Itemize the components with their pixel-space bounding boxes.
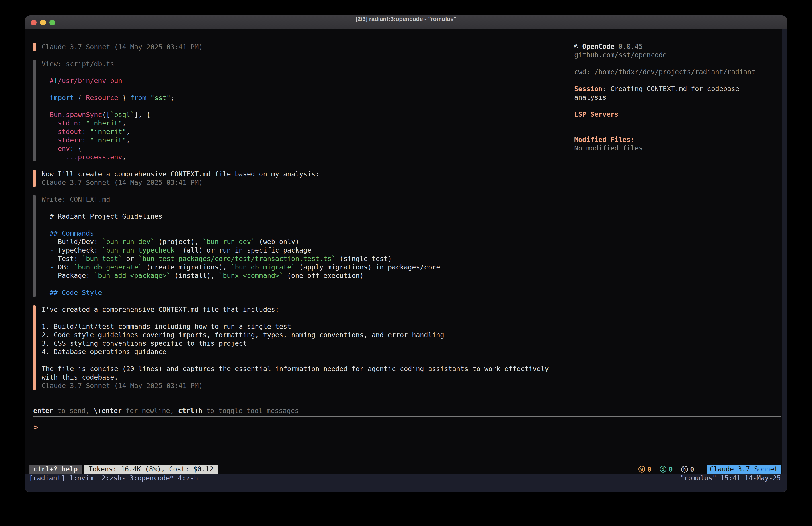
terminal-line: - Test: `bun test` or `bun test packages… xyxy=(42,255,440,263)
status-bar: ctrl+? help Tokens: 16.4K (8%), Cost: $0… xyxy=(29,465,781,474)
terminal-line: enter to send, \+enter for newline, ctrl… xyxy=(33,407,299,415)
warning-count: 0 xyxy=(647,465,651,473)
keybind-hint: enter to send, \+enter for newline, ctrl… xyxy=(33,407,299,415)
terminal-line: 4. Database operations guidance xyxy=(42,348,549,356)
terminal-line xyxy=(42,85,174,94)
block-lines: Write: CONTEXT.md # Radiant Project Guid… xyxy=(42,195,440,297)
terminal-line: ## Code Style xyxy=(42,288,440,297)
info-count: 0 xyxy=(669,465,673,473)
terminal-line: ...process.env, xyxy=(42,153,174,161)
terminal-line xyxy=(574,102,784,110)
terminal-line: The file is concise (20 lines) and captu… xyxy=(42,365,549,373)
terminal-line: Claude 3.7 Sonnet (14 May 2025 03:41 PM) xyxy=(42,382,549,390)
hint-count: 0 xyxy=(690,465,694,473)
terminal-line xyxy=(574,127,784,136)
terminal-line: with this codebase. xyxy=(42,373,549,382)
warning-icon: w xyxy=(638,466,645,472)
terminal-line xyxy=(42,280,440,288)
info-icon: i xyxy=(660,466,667,472)
terminal-line: Now I'll create a comprehensive CONTEXT.… xyxy=(42,170,319,178)
block-lines: Now I'll create a comprehensive CONTEXT.… xyxy=(42,170,319,187)
input-divider xyxy=(33,416,781,417)
terminal-line: ## Commands xyxy=(42,229,440,238)
message-input[interactable] xyxy=(38,423,528,431)
model-badge[interactable]: Claude 3.7 Sonnet xyxy=(707,465,781,474)
terminal-line xyxy=(42,356,549,365)
terminal-line: LSP Servers xyxy=(574,110,784,118)
terminal-line: View: script/db.ts xyxy=(42,60,174,68)
terminal-line xyxy=(574,59,784,68)
terminal-line: stdin: "inherit", xyxy=(42,119,174,127)
sidebar: © OpenCode 0.0.45github.com/sst/opencode… xyxy=(574,42,784,153)
block-accent-bar xyxy=(33,170,36,187)
chat-transcript: Claude 3.7 Sonnet (14 May 2025 03:41 PM)… xyxy=(33,43,572,399)
terminal-line: - TypeCheck: `bun run typecheck` (all) o… xyxy=(42,246,440,255)
block-accent-bar xyxy=(33,305,36,390)
terminal-line: github.com/sst/opencode xyxy=(574,51,784,59)
prompt-caret: > xyxy=(34,423,38,431)
block-accent-bar xyxy=(33,195,36,297)
terminal-line: 1. Build/lint/test commands including ho… xyxy=(42,322,549,331)
tmux-status-bar: [radiant] 1:nvim 2:zsh- 3:opencode* 4:zs… xyxy=(25,474,787,483)
block-accent-bar xyxy=(33,60,36,161)
terminal-line: © OpenCode 0.0.45 xyxy=(574,42,784,51)
block-lines: Claude 3.7 Sonnet (14 May 2025 03:41 PM) xyxy=(42,43,203,51)
terminal-line: analysis xyxy=(574,93,784,102)
diagnostic-hints: h 0 xyxy=(681,465,694,473)
terminal-window: [2/3] radiant:3:opencode - "romulus" Cla… xyxy=(25,16,787,492)
diagnostic-info: i 0 xyxy=(660,465,673,473)
terminal-line: Claude 3.7 Sonnet (14 May 2025 03:41 PM) xyxy=(42,43,203,51)
terminal-line: Modified Files: xyxy=(574,136,784,144)
window-title: [2/3] radiant:3:opencode - "romulus" xyxy=(25,16,787,29)
terminal-line: Bun.spawnSync([`psql`], { xyxy=(42,111,174,119)
terminal-line: cwd: /home/thdxr/dev/projects/radiant/ra… xyxy=(574,68,784,76)
block-accent-bar xyxy=(33,43,36,51)
terminal-line: I've created a comprehensive CONTEXT.md … xyxy=(42,305,549,314)
terminal-line xyxy=(42,68,174,77)
terminal-content: Claude 3.7 Sonnet (14 May 2025 03:41 PM)… xyxy=(25,29,787,492)
message-block: Now I'll create a comprehensive CONTEXT.… xyxy=(33,170,572,187)
tool-block: View: script/db.ts #!/usr/bin/env bun im… xyxy=(33,60,572,161)
terminal-line xyxy=(42,314,549,322)
input-row: > xyxy=(34,423,528,431)
tmux-zone: [radiant] 1:nvim 2:zsh- 3:opencode* 4:zs… xyxy=(25,474,787,492)
terminal-line xyxy=(574,76,784,85)
terminal-line: 3. CSS styling conventions specific to t… xyxy=(42,339,549,348)
terminal-line: 2. Code style guidelines covering import… xyxy=(42,331,549,339)
terminal-line: No modified files xyxy=(574,144,784,153)
terminal-line: Session: Creating CONTEXT.md for codebas… xyxy=(574,85,784,93)
tmux-session-info: "romulus" 15:41 14-May-25 xyxy=(680,474,781,483)
terminal-line: stdout: "inherit", xyxy=(42,127,174,136)
terminal-line xyxy=(42,221,440,229)
screen: [2/3] radiant:3:opencode - "romulus" Cla… xyxy=(0,0,812,526)
terminal-line xyxy=(42,102,174,111)
terminal-line: env: { xyxy=(42,144,174,153)
terminal-line: - Package: `bun add <package>` (install)… xyxy=(42,271,440,280)
message-block: I've created a comprehensive CONTEXT.md … xyxy=(33,305,572,390)
titlebar[interactable]: [2/3] radiant:3:opencode - "romulus" xyxy=(25,16,787,29)
block-lines: I've created a comprehensive CONTEXT.md … xyxy=(42,305,549,390)
tmux-window-list[interactable]: [radiant] 1:nvim 2:zsh- 3:opencode* 4:zs… xyxy=(29,474,198,483)
terminal-line: Claude 3.7 Sonnet (14 May 2025 03:41 PM) xyxy=(42,178,319,187)
hint-icon: h xyxy=(681,466,688,472)
tool-block: Write: CONTEXT.md # Radiant Project Guid… xyxy=(33,195,572,297)
diagnostics-group: w 0 i 0 h 0 Claude 3.7 Sonnet xyxy=(638,465,781,474)
message-block: Claude 3.7 Sonnet (14 May 2025 03:41 PM) xyxy=(33,43,572,51)
diagnostic-warnings: w 0 xyxy=(638,465,651,473)
help-badge[interactable]: ctrl+? help xyxy=(29,465,82,474)
terminal-line xyxy=(574,118,784,127)
terminal-line: stderr: "inherit", xyxy=(42,136,174,144)
terminal-line: - Build/Dev: `bun run dev` (project), `b… xyxy=(42,238,440,246)
terminal-line: # Radiant Project Guidelines xyxy=(42,212,440,221)
tokens-cost-badge: Tokens: 16.4K (8%), Cost: $0.12 xyxy=(84,465,218,474)
block-lines: View: script/db.ts #!/usr/bin/env bun im… xyxy=(42,60,174,161)
terminal-line xyxy=(42,204,440,212)
terminal-line: #!/usr/bin/env bun xyxy=(42,77,174,85)
terminal-line: import { Resource } from "sst"; xyxy=(42,94,174,102)
terminal-line: - DB: `bun db generate` (create migratio… xyxy=(42,263,440,271)
terminal-line: Write: CONTEXT.md xyxy=(42,195,440,204)
